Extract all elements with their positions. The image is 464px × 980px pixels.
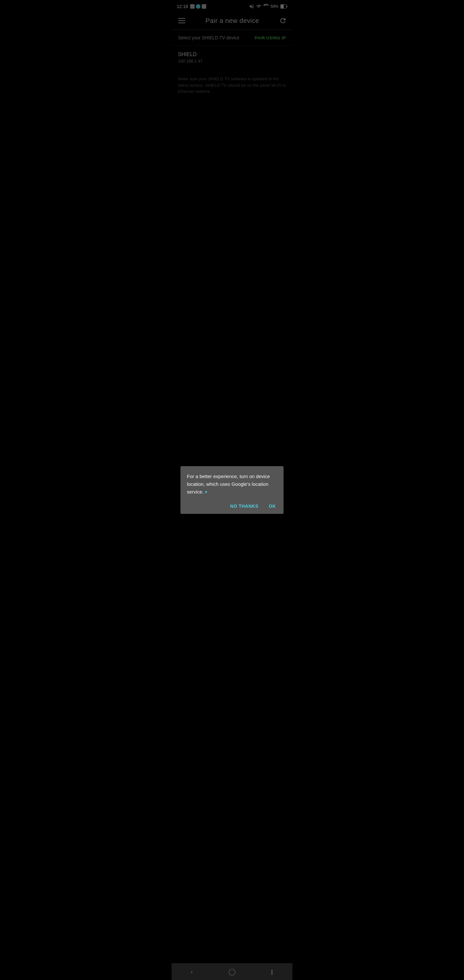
dialog-overlay: For a better experience, turn on device … — [172, 0, 292, 256]
